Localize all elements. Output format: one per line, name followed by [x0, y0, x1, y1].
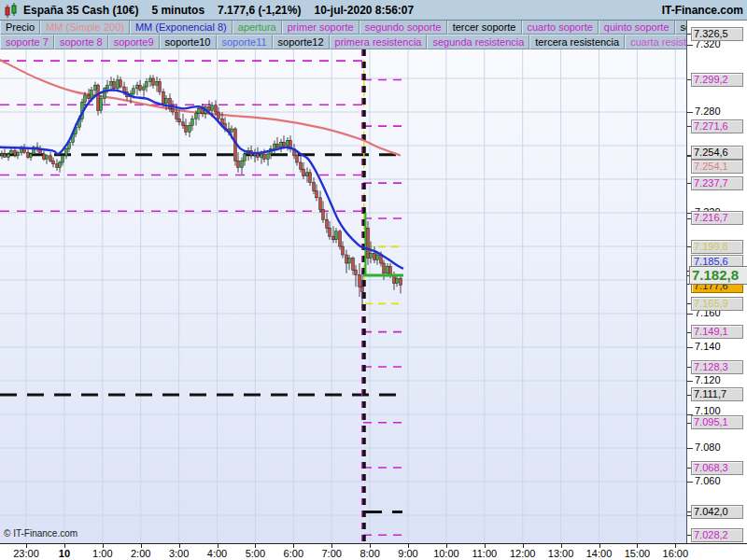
time-tick-label-11-00: 11:00 — [472, 548, 497, 559]
time-tick-label-16-00: 16:00 — [663, 548, 689, 559]
legend-item-tercera-resistencia[interactable]: tercera resistencia — [529, 35, 625, 49]
price-level-label-7-254-1: 7.254,1 — [691, 160, 743, 174]
price-tick — [687, 112, 693, 113]
time-tick-label-9-00: 9:00 — [398, 548, 417, 559]
legend-item-soporte-8[interactable]: soporte 8 — [54, 35, 108, 49]
price-level-label-7-326-5: 7.326,5 — [691, 27, 743, 41]
legend-item-segundo-soporte[interactable]: segundo soporte — [359, 20, 447, 35]
price-axis[interactable]: 7.3207.2807.2207.1607.1407.1207.1007.080… — [686, 20, 747, 543]
datetime-label: 10-jul-2020 8:56:07 — [314, 4, 414, 17]
price-level-label-7-042-0: 7.042,0 — [691, 505, 743, 519]
time-tick-label-4-00: 4:00 — [207, 548, 227, 559]
price-level-label-7-254-6: 7.254,6 — [691, 146, 743, 160]
time-axis[interactable]: 23:00101:002:003:004:005:006:007:008:009… — [0, 543, 747, 560]
trading-platform-window: { "topbar": { "icon": "candlestick-icon"… — [0, 0, 747, 560]
legend-item-soporte10[interactable]: soporte10 — [160, 35, 217, 49]
price-level-label-7-199-8: 7.199,8 — [691, 240, 743, 254]
legend-item-segunda-resistencia[interactable]: segunda resistencia — [427, 35, 529, 49]
time-tick-label-14-00: 14:00 — [586, 548, 613, 559]
time-tick-label-13-00: 13:00 — [548, 548, 574, 559]
price-tick — [687, 381, 693, 382]
price-tick — [687, 448, 693, 449]
price-level-label-7-182-8: 7.182,8 — [689, 266, 747, 285]
price-tick-label-7-060: 7.060 — [695, 475, 721, 486]
candlestick-icon — [3, 2, 20, 19]
time-tick-label-10: 10 — [59, 548, 70, 559]
price-level-label-7-028-2: 7.028,2 — [691, 528, 743, 542]
legend-item-sexto-soporte[interactable]: sexto soporte — [675, 20, 686, 35]
price-tick-label-7-140: 7.140 — [695, 341, 721, 352]
price-tick-label-7-120: 7.120 — [695, 374, 721, 385]
price-level-label-7-095-1: 7.095,1 — [691, 415, 743, 429]
price-tick — [687, 314, 693, 315]
time-tick-label-12-00: 12:00 — [510, 548, 536, 559]
price-level-label-7-068-3: 7.068,3 — [691, 461, 743, 475]
legend-item-tercer-soporte[interactable]: tercer soporte — [447, 20, 522, 35]
legend-item-soporte9[interactable]: soporte9 — [108, 35, 160, 49]
legend-item-quinto-soporte[interactable]: quinto soporte — [599, 20, 675, 35]
indicator-legend-row-2: soporte 7soporte 8soporte9soporte10sopor… — [0, 35, 686, 49]
time-tick-label-23-00: 23:00 — [13, 548, 39, 559]
legend-item-soporte-7[interactable]: soporte 7 — [0, 35, 54, 49]
price-tick-label-7-080: 7.080 — [695, 441, 721, 453]
indicator-legend-row-1: PrecioMM (Simple 200)MM (Exponencial 8)a… — [0, 20, 686, 35]
price-tick — [687, 347, 693, 348]
price-level-label-7-237-7: 7.237,7 — [691, 176, 743, 190]
price-level-label-7-216-7: 7.216,7 — [691, 211, 743, 225]
price-tick — [687, 482, 693, 483]
time-tick-label-8-00: 8:00 — [359, 548, 379, 559]
legend-item-soporte11[interactable]: soporte11 — [217, 35, 273, 49]
legend-item-mm-exponencial-8[interactable]: MM (Exponencial 8) — [130, 20, 233, 35]
legend-item-mm-simple-200[interactable]: MM (Simple 200) — [40, 20, 130, 35]
title-bar: España 35 Cash (10€) 5 minutos 7.177,6 (… — [0, 0, 747, 21]
time-tick-label-3-00: 3:00 — [169, 548, 189, 559]
time-tick-label-6-00: 6:00 — [284, 548, 303, 559]
time-tick-label-1-00: 1:00 — [92, 548, 112, 559]
time-tick-label-2-00: 2:00 — [131, 548, 150, 559]
legend-item-precio[interactable]: Precio — [0, 20, 40, 35]
time-tick-label-15-00: 15:00 — [625, 548, 651, 559]
timeframe-label: 5 minutos — [151, 4, 204, 17]
instrument-title: España 35 Cash (10€) — [23, 4, 138, 17]
price-level-label-7-111-7: 7.111,7 — [691, 387, 743, 401]
time-tick-label-7-00: 7:00 — [321, 548, 341, 559]
price-tick-label-7-100: 7.100 — [695, 405, 721, 416]
legend-item-primer-soporte[interactable]: primer soporte — [282, 20, 359, 35]
price-tick — [687, 45, 693, 46]
price-level-label-7-271-6: 7.271,6 — [691, 119, 743, 133]
price-level-label-7-128-3: 7.128,3 — [691, 360, 743, 374]
time-tick-label-5-00: 5:00 — [246, 548, 265, 559]
legend-item-apertura[interactable]: apertura — [233, 20, 282, 35]
price-chart-plot[interactable] — [0, 0, 686, 543]
legend-item-soporte12[interactable]: soporte12 — [273, 35, 330, 49]
last-price-change: 7.177,6 (-1,21%) — [218, 4, 301, 17]
copyright-watermark: © IT-Finance.com — [4, 528, 78, 539]
price-level-label-7-165-9: 7.165,9 — [691, 297, 743, 311]
legend-item-cuarta-resistencia[interactable]: cuarta resistencia — [625, 35, 686, 49]
price-level-label-7-149-1: 7.149,1 — [691, 325, 743, 339]
legend-item-cuarto-soporte[interactable]: cuarto soporte — [522, 20, 599, 35]
time-tick-label-10-00: 10:00 — [433, 548, 459, 559]
price-tick-label-7-280: 7.280 — [695, 105, 721, 117]
price-level-label-7-299-2: 7.299,2 — [691, 73, 743, 87]
legend-item-primera-resistencia[interactable]: primera resistencia — [330, 35, 428, 49]
brand-label: IT-Finance.com — [662, 4, 743, 17]
